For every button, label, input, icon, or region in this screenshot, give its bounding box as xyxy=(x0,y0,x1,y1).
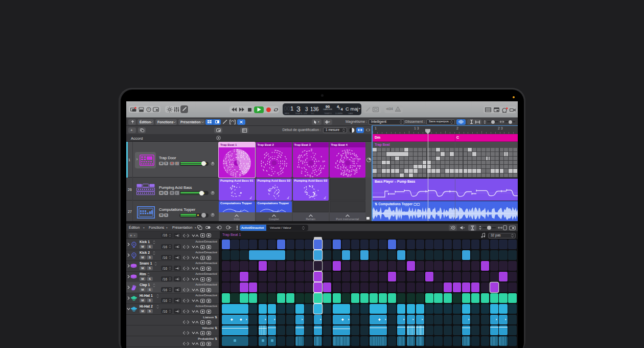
svg-text:?: ? xyxy=(148,108,150,111)
